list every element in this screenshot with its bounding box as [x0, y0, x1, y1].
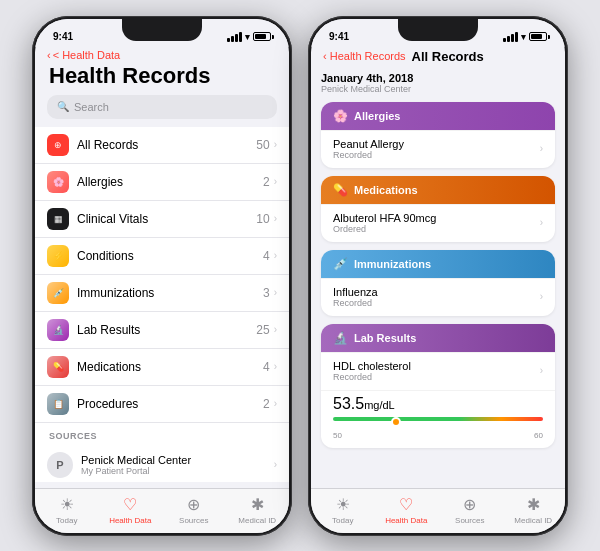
phone-2: 9:41 ▾ ‹ Health Records Al: [308, 16, 568, 536]
vitals-count: 10: [256, 212, 269, 226]
search-bar-1[interactable]: 🔍 Search: [47, 95, 277, 119]
penick-name: Penick Medical Center: [81, 454, 274, 466]
tab-today-1[interactable]: ☀ Today: [35, 495, 99, 525]
medical-id-label: Medical ID: [238, 516, 276, 525]
tab-bar-2: ☀ Today ♡ Health Data ⊕ Sources ✱ Medica…: [311, 488, 565, 533]
screen-1: 9:41 ▾ ‹ < Health Data: [35, 19, 289, 533]
nav-back-2[interactable]: ‹ Health Records: [323, 50, 406, 62]
medical-id-label-2: Medical ID: [514, 516, 552, 525]
lab-results-card-title: Lab Results: [354, 332, 416, 344]
chevron-icon: ›: [540, 217, 543, 228]
battery-icon: [253, 32, 271, 41]
tab-health-data-1[interactable]: ♡ Health Data: [99, 495, 163, 525]
nav-back-1[interactable]: ‹ < Health Data: [35, 47, 289, 61]
allergies-card-header: 🌸 Allergies: [321, 102, 555, 130]
lab-icon: 🔬: [47, 319, 69, 341]
medications-card-header: 💊 Medications: [321, 176, 555, 204]
chevron-icon: ›: [274, 250, 277, 261]
lab-results-card[interactable]: 🔬 Lab Results HDL cholesterol Recorded ›…: [321, 324, 555, 448]
medications-card[interactable]: 💊 Medications Albuterol HFA 90mcg Ordere…: [321, 176, 555, 242]
list-item-lab-results[interactable]: 🔬 Lab Results 25 ›: [35, 312, 289, 349]
allergies-card[interactable]: 🌸 Allergies Peanut Allergy Recorded ›: [321, 102, 555, 168]
all-records-icon: ⊕: [47, 134, 69, 156]
today-icon-2: ☀: [336, 495, 350, 514]
list-item-clinical-vitals[interactable]: ▦ Clinical Vitals 10 ›: [35, 201, 289, 238]
influenza-info: Influenza Recorded: [333, 286, 540, 308]
influenza-status: Recorded: [333, 298, 540, 308]
immunizations-card-body: Influenza Recorded ›: [321, 278, 555, 316]
lab-bar: [333, 417, 543, 429]
back-label-1: < Health Data: [53, 49, 121, 61]
procedures-label: Procedures: [77, 397, 263, 411]
immunizations-card[interactable]: 💉 Immunizations Influenza Recorded ›: [321, 250, 555, 316]
list-item-allergies[interactable]: 🌸 Allergies 2 ›: [35, 164, 289, 201]
tab-sources-2[interactable]: ⊕ Sources: [438, 495, 502, 525]
allergies-card-icon: 🌸: [333, 109, 348, 123]
all-records-label: All Records: [77, 138, 256, 152]
influenza-title: Influenza: [333, 286, 540, 298]
list-item-all-records[interactable]: ⊕ All Records 50 ›: [35, 127, 289, 164]
chevron-icon: ›: [274, 176, 277, 187]
notch-1: [122, 19, 202, 41]
chevron-icon: ›: [274, 324, 277, 335]
battery-icon-2: [529, 32, 547, 41]
peanut-allergy-title: Peanut Allergy: [333, 138, 540, 150]
health-data-icon: ♡: [123, 495, 137, 514]
immunizations-label: Immunizations: [77, 286, 263, 300]
list-item-procedures[interactable]: 📋 Procedures 2 ›: [35, 386, 289, 423]
chevron-icon: ›: [274, 459, 277, 470]
lab-label: Lab Results: [77, 323, 256, 337]
sources-label: Sources: [179, 516, 208, 525]
chevron-icon: ›: [540, 365, 543, 376]
records-list: ⊕ All Records 50 › 🌸 Allergies 2 › ▦ Cli…: [35, 127, 289, 482]
vitals-label: Clinical Vitals: [77, 212, 256, 226]
signal-icon-2: [503, 32, 518, 42]
notch-2: [398, 19, 478, 41]
tab-today-2[interactable]: ☀ Today: [311, 495, 375, 525]
time-1: 9:41: [53, 31, 73, 42]
chevron-icon: ›: [274, 398, 277, 409]
list-item-conditions[interactable]: ⚡ Conditions 4 ›: [35, 238, 289, 275]
medications-card-body: Albuterol HFA 90mcg Ordered ›: [321, 204, 555, 242]
sources-label-2: Sources: [455, 516, 484, 525]
allergies-label: Allergies: [77, 175, 263, 189]
back-arrow-icon: ‹: [47, 49, 51, 61]
lab-count: 25: [256, 323, 269, 337]
chevron-icon: ›: [540, 291, 543, 302]
medical-id-icon: ✱: [251, 495, 264, 514]
cholesterol-info: HDL cholesterol Recorded: [333, 360, 540, 382]
medications-icon: 💊: [47, 356, 69, 378]
albuterol-status: Ordered: [333, 224, 540, 234]
search-placeholder-1: Search: [74, 101, 109, 113]
tab-medical-id-1[interactable]: ✱ Medical ID: [226, 495, 290, 525]
penick-info: Penick Medical Center My Patient Portal: [81, 454, 274, 476]
medications-card-icon: 💊: [333, 183, 348, 197]
screen-2: 9:41 ▾ ‹ Health Records Al: [311, 19, 565, 533]
penick-sub: My Patient Portal: [81, 466, 274, 476]
list-item-medications[interactable]: 💊 Medications 4 ›: [35, 349, 289, 386]
tab-medical-id-2[interactable]: ✱ Medical ID: [502, 495, 566, 525]
chevron-icon: ›: [274, 213, 277, 224]
medications-card-title: Medications: [354, 184, 418, 196]
list-item-immunizations[interactable]: 💉 Immunizations 3 ›: [35, 275, 289, 312]
albuterol-info: Albuterol HFA 90mcg Ordered: [333, 212, 540, 234]
date-header: January 4th, 2018: [321, 68, 555, 84]
immunizations-card-title: Immunizations: [354, 258, 431, 270]
health-data-label: Health Data: [109, 516, 151, 525]
page-title-1: Health Records: [35, 61, 289, 95]
immunizations-count: 3: [263, 286, 270, 300]
today-label: Today: [56, 516, 77, 525]
allergies-card-body: Peanut Allergy Recorded ›: [321, 130, 555, 168]
lab-chart: 53.5mg/dL 50 60: [321, 390, 555, 448]
tab-health-data-2[interactable]: ♡ Health Data: [375, 495, 439, 525]
nav-title-2: All Records: [412, 49, 484, 64]
tab-sources-1[interactable]: ⊕ Sources: [162, 495, 226, 525]
vitals-icon: ▦: [47, 208, 69, 230]
date-sub: Penick Medical Center: [321, 84, 555, 94]
lab-results-card-body: HDL cholesterol Recorded ›: [321, 352, 555, 390]
health-data-label-2: Health Data: [385, 516, 427, 525]
tab-bar-1: ☀ Today ♡ Health Data ⊕ Sources ✱ Medica…: [35, 488, 289, 533]
source-penick[interactable]: P Penick Medical Center My Patient Porta…: [35, 445, 289, 482]
medical-id-icon-2: ✱: [527, 495, 540, 514]
immunizations-card-icon: 💉: [333, 257, 348, 271]
